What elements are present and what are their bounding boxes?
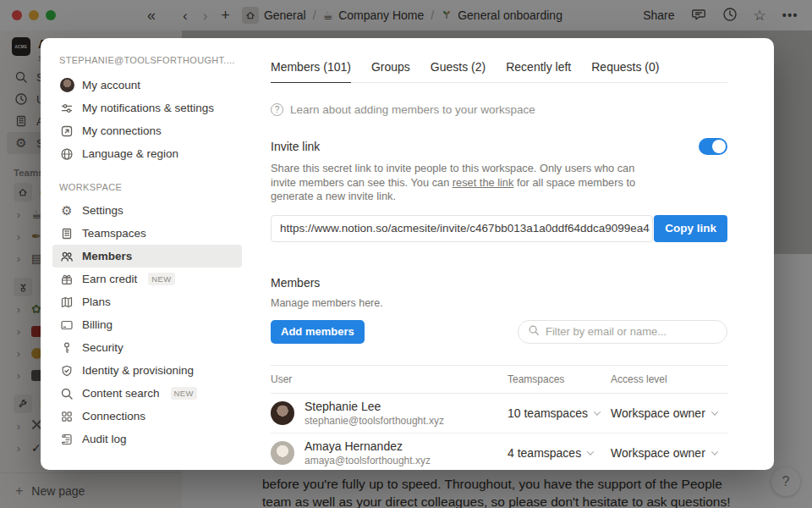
access-level-dropdown[interactable]: Workspace owner	[611, 446, 727, 460]
settings-item-identity-provisioning[interactable]: Identity & provisioning	[52, 359, 242, 382]
settings-item-billing[interactable]: Billing	[52, 313, 242, 336]
globe-icon	[59, 147, 74, 161]
tab-guests[interactable]: Guests (2)	[431, 60, 486, 82]
grid-icon	[59, 410, 74, 423]
copy-link-button[interactable]: Copy link	[654, 215, 727, 242]
settings-item-teamspaces[interactable]: Teamspaces	[52, 222, 242, 245]
members-people-icon	[59, 250, 74, 263]
tab-requests[interactable]: Requests (0)	[591, 60, 659, 82]
members-section-subtitle: Manage members here.	[271, 297, 727, 309]
members-section-title: Members	[271, 276, 727, 290]
credit-card-icon	[59, 318, 74, 332]
header-teamspaces: Teamspaces	[508, 373, 611, 385]
settings-item-security[interactable]: Security	[52, 336, 242, 359]
chevron-down-icon	[594, 408, 601, 415]
add-members-button[interactable]: Add members	[271, 320, 365, 344]
building-icon	[59, 227, 74, 240]
settings-item-connections[interactable]: Connections	[52, 405, 242, 428]
members-tabs: Members (101) Groups Guests (2) Recently…	[271, 60, 727, 83]
chevron-down-icon	[587, 448, 594, 455]
header-access-level: Access level	[611, 373, 727, 385]
avatar	[271, 401, 294, 425]
key-icon	[59, 341, 74, 355]
table-row: Amaya Hernandez amaya@toolsforthought.xy…	[271, 433, 727, 471]
sliders-icon	[59, 102, 74, 115]
scroll-icon	[59, 433, 74, 446]
settings-item-my-connections[interactable]: My connections	[52, 119, 242, 142]
invite-link-toggle[interactable]	[699, 138, 727, 155]
members-table: User Teamspaces Access level Stephanie L…	[271, 365, 727, 471]
members-settings-panel: Members (101) Groups Guests (2) Recently…	[252, 38, 774, 470]
settings-item-content-search[interactable]: Content search NEW	[52, 382, 242, 405]
member-filter[interactable]	[518, 320, 727, 344]
arrow-up-right-box-icon	[59, 124, 74, 138]
access-level-dropdown[interactable]: Workspace owner	[611, 406, 727, 420]
tab-members[interactable]: Members (101)	[271, 60, 351, 83]
toggle-knob	[712, 140, 726, 153]
settings-item-audit-log[interactable]: Audit log	[52, 428, 242, 450]
account-email-header: STEPHANIE@TOOLSFORTHOUGHT....	[52, 55, 242, 65]
new-badge: NEW	[148, 273, 174, 285]
member-name: Amaya Hernandez	[304, 439, 431, 453]
map-icon	[59, 295, 74, 309]
search-icon	[528, 324, 540, 340]
teamspaces-dropdown[interactable]: 10 teamspaces	[508, 406, 611, 420]
settings-item-earn-credit[interactable]: Earn credit NEW	[52, 268, 242, 290]
chevron-down-icon	[711, 448, 718, 455]
search-icon	[59, 387, 74, 400]
workspace-section-header: WORKSPACE	[52, 182, 242, 192]
avatar	[271, 441, 294, 465]
invite-link-description: Share this secret link to invite people …	[271, 162, 653, 204]
member-email: amaya@toolsforthought.xyz	[304, 455, 431, 467]
settings-item-notifications[interactable]: My notifications & settings	[52, 97, 242, 119]
table-row: Stephanie Lee stephanie@toolsforthought.…	[271, 394, 727, 433]
shield-check-icon	[59, 364, 74, 378]
new-badge: NEW	[171, 387, 197, 400]
avatar	[59, 78, 74, 92]
settings-item-plans[interactable]: Plans	[52, 290, 242, 313]
tab-groups[interactable]: Groups	[371, 60, 410, 82]
gift-icon	[59, 273, 74, 286]
settings-item-settings[interactable]: ⚙ Settings	[52, 199, 242, 222]
member-name: Stephanie Lee	[304, 400, 444, 413]
chevron-down-icon	[711, 408, 718, 415]
settings-sidebar: STEPHANIE@TOOLSFORTHOUGHT.... My account…	[41, 38, 252, 470]
learn-about-members-link[interactable]: ? Learn about adding members to your wor…	[271, 103, 727, 116]
question-circle-icon: ?	[271, 103, 283, 116]
teamspaces-dropdown[interactable]: 4 teamspaces	[508, 446, 611, 460]
settings-item-language-region[interactable]: Language & region	[52, 142, 242, 165]
members-table-header: User Teamspaces Access level	[271, 365, 727, 394]
settings-item-my-account[interactable]: My account	[52, 74, 242, 97]
gear-icon: ⚙	[59, 203, 74, 218]
reset-link[interactable]: reset the link	[453, 176, 514, 189]
invite-link-title: Invite link	[271, 140, 320, 153]
member-filter-input[interactable]	[546, 325, 717, 338]
tab-recently-left[interactable]: Recently left	[506, 60, 571, 82]
notion-app-window: « ‹ › + General / ☕ Company Home /	[0, 0, 812, 508]
header-user: User	[271, 373, 508, 385]
settings-modal: STEPHANIE@TOOLSFORTHOUGHT.... My account…	[41, 38, 774, 470]
settings-item-members[interactable]: Members	[52, 245, 242, 268]
member-email: stephanie@toolsforthought.xyz	[304, 415, 444, 427]
invite-url-field[interactable]: https://www.notion.so/acmesite/invite/c4…	[271, 215, 653, 242]
